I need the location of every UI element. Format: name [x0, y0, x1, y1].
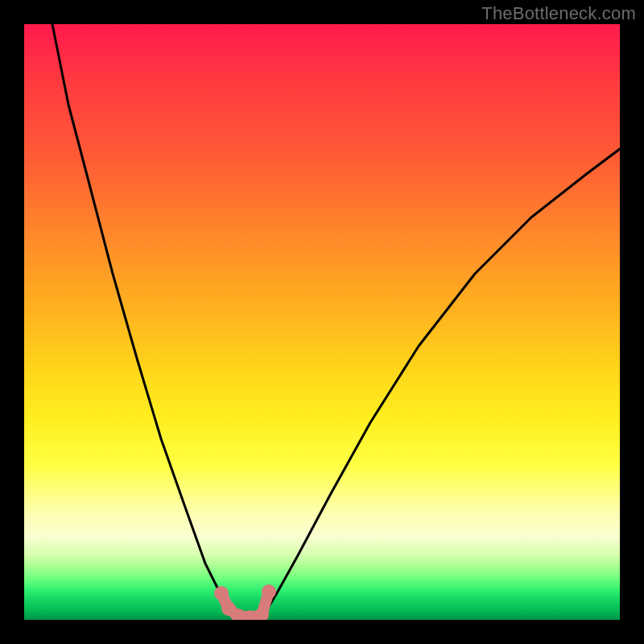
- watermark-text: TheBottleneck.com: [481, 3, 636, 24]
- marker-a: [214, 586, 229, 601]
- curve-right-branch: [262, 149, 620, 616]
- chart-curve: [52, 24, 620, 616]
- chart-svg: [24, 24, 620, 620]
- chart-markers: [214, 584, 276, 620]
- curve-left-branch: [52, 24, 233, 616]
- chart-frame: TheBottleneck.com: [0, 0, 644, 644]
- chart-plot-area: [24, 24, 620, 620]
- marker-f: [262, 584, 276, 599]
